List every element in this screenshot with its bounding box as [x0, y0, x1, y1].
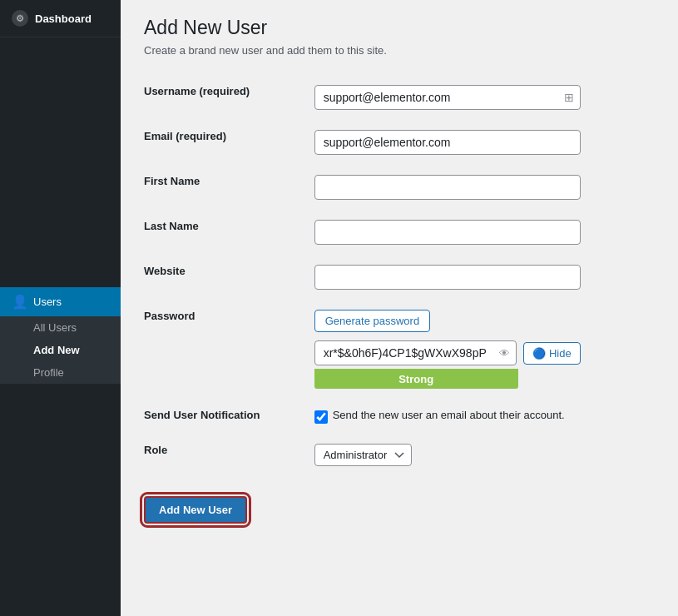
notification-label: Send User Notification [144, 409, 260, 421]
lastname-label: Last Name [144, 220, 199, 232]
role-row: Role Subscriber Contributor Author Edito… [144, 434, 655, 476]
sidebar-item-all-users[interactable]: All Users [0, 316, 121, 339]
password-input-container: 👁 [314, 340, 517, 365]
strength-label: Strong [398, 373, 433, 385]
users-section: 👤 Users All Users Add New Profile [0, 287, 121, 384]
username-input[interactable] [314, 85, 581, 110]
profile-label: Profile [33, 366, 64, 379]
users-label: Users [33, 296, 62, 308]
notification-checkbox[interactable] [314, 410, 328, 424]
username-wrapper: ⊞ [314, 85, 581, 110]
submit-section: Add New User [144, 496, 655, 524]
password-field-wrapper: 👁 🔵 Hide [314, 340, 581, 365]
users-icon: 👤 [12, 294, 27, 310]
page-description: Create a brand new user and add them to … [144, 44, 655, 57]
role-label: Role [144, 444, 167, 456]
wordpress-icon: ⚙ [12, 10, 28, 27]
hide-password-button[interactable]: 🔵 Hide [523, 342, 581, 365]
add-new-user-button[interactable]: Add New User [144, 496, 247, 524]
password-input[interactable] [314, 340, 517, 365]
website-label: Website [144, 265, 186, 277]
main-content: Add New User Create a brand new user and… [121, 0, 678, 616]
hide-label: Hide [549, 347, 572, 360]
add-user-btn-label: Add New User [159, 504, 232, 516]
eye-slash-icon: 🔵 [532, 347, 546, 360]
notification-text: Send the new user an email about their a… [333, 409, 565, 421]
generate-password-button[interactable]: Generate password [314, 310, 430, 332]
email-label: Email (required) [144, 130, 226, 142]
password-row: Password Generate password 👁 🔵 Hide [144, 300, 655, 399]
firstname-label: First Name [144, 175, 200, 187]
page-title: Add New User [144, 17, 655, 39]
notification-wrapper: Send the new user an email about their a… [314, 409, 655, 424]
eye-icon: 👁 [499, 347, 510, 360]
password-label: Password [144, 310, 195, 322]
website-input[interactable] [314, 265, 581, 290]
users-subitems: All Users Add New Profile [0, 316, 121, 384]
username-row: Username (required) ⊞ [144, 75, 655, 120]
firstname-input[interactable] [314, 175, 581, 200]
firstname-row: First Name [144, 165, 655, 210]
email-input[interactable] [314, 130, 581, 155]
sidebar-item-users[interactable]: 👤 Users [0, 287, 121, 316]
sidebar-item-add-new[interactable]: Add New [0, 339, 121, 361]
add-user-form: Username (required) ⊞ Email (required) [144, 75, 655, 476]
sidebar-item-profile[interactable]: Profile [0, 361, 121, 384]
lastname-input[interactable] [314, 220, 581, 245]
address-card-icon: ⊞ [564, 91, 574, 104]
sidebar: ⚙ Dashboard 👤 Users All Users Add New Pr… [0, 0, 121, 616]
lastname-row: Last Name [144, 210, 655, 255]
all-users-label: All Users [33, 321, 77, 334]
password-strength-bar: Strong [314, 369, 518, 389]
role-select[interactable]: Subscriber Contributor Author Editor Adm… [314, 444, 412, 466]
add-new-label: Add New [33, 344, 80, 356]
username-label: Username (required) [144, 85, 250, 97]
dashboard-label: Dashboard [35, 12, 92, 25]
notification-row: Send User Notification Send the new user… [144, 399, 655, 434]
email-row: Email (required) [144, 120, 655, 165]
dashboard-nav-item[interactable]: ⚙ Dashboard [0, 0, 121, 37]
website-row: Website [144, 255, 655, 300]
